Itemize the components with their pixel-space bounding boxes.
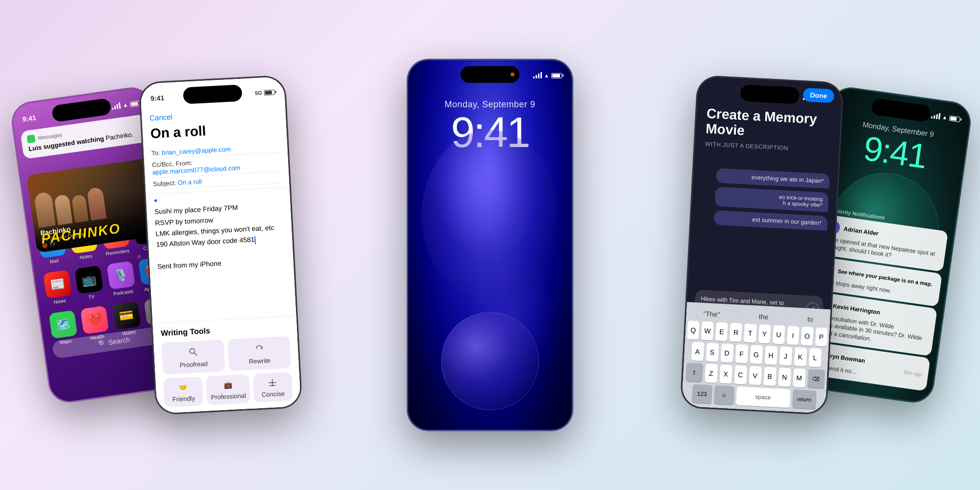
maps-icon: 🗺️ [49,310,77,339]
podcasts-icon: 🎙️ [106,261,135,290]
emoji-key[interactable]: ☺ [713,385,734,405]
pred-3[interactable]: to [803,314,817,324]
messages-icon [26,135,35,144]
spacer-5 [842,103,861,106]
key-s[interactable]: S [706,343,719,362]
proofread-label: Proofread [179,360,208,369]
key-k[interactable]: K [794,347,807,367]
sender-4: Bryn Bowman [826,352,866,365]
status-time-1: 9:41 [22,114,37,123]
key-c[interactable]: C [734,365,747,384]
key-w[interactable]: W [701,321,714,341]
pred-2[interactable]: the [755,311,772,322]
app-podcasts[interactable]: 🎙️ Podcasts [105,261,137,297]
lock-date-text: Monday, September 9 [408,99,572,110]
rewrite-btn[interactable]: Rewrite [227,336,291,371]
sender-3: Kevin Harrington [833,302,881,316]
phone-4-memory: ▲ Done Create a Memory Movie WITH JUST A… [680,75,844,416]
suggestion-3[interactable]: est summer in our garden* [713,210,828,231]
wifi-icon-3: ▲ [544,73,549,78]
key-a[interactable]: A [691,342,704,361]
key-o[interactable]: O [801,326,813,345]
key-x[interactable]: X [719,365,733,384]
key-m[interactable]: M [792,368,806,388]
memory-subtitle: WITH JUST A DESCRIPTION [705,140,829,153]
status-icons-3: ▲ [533,73,562,78]
key-r[interactable]: R [730,323,742,342]
writing-tools-row2: 🤝 Friendly 💼 Professional [163,372,293,408]
memory-title-text: Create a Memory Movie [705,106,831,143]
app-news[interactable]: 📰 News [42,270,74,306]
keyboard-area: "The" | the | to Q W E R T Y U I O [682,302,831,414]
writing-tools-title: Writing Tools [161,322,290,338]
key-z[interactable]: Z [705,364,718,383]
done-button[interactable]: Done [803,88,834,103]
professional-label: Professional [211,392,246,401]
friendly-btn[interactable]: 🤝 Friendly [163,376,203,407]
email-subject-heading: On a roll [150,119,279,142]
key-e[interactable]: E [715,322,728,341]
center-sphere [421,130,559,301]
status-icons-2: 5G [255,89,275,96]
app-news-label: News [53,298,66,305]
signal-bars-3 [533,73,542,78]
sender-1: Adrian Alder [843,225,879,237]
space-key[interactable]: space [735,387,790,408]
key-v[interactable]: V [749,366,762,385]
friendly-label: Friendly [172,394,195,403]
dynamic-island-3 [461,66,519,83]
status-time-2: 9:41 [150,94,165,102]
concise-btn[interactable]: Concise [253,372,293,403]
key-d[interactable]: D [720,343,734,363]
svg-line-4 [270,386,276,386]
shift-key[interactable]: ⇧ [686,363,703,382]
dynamic-island-2 [183,84,243,104]
key-p[interactable]: P [815,327,828,346]
camera-dot [511,73,514,76]
pred-1[interactable]: "The" [699,309,724,320]
battery-3 [551,73,562,78]
app-notes-label: Notes [79,253,93,261]
key-y[interactable]: Y [758,324,771,343]
professional-icon: 💼 [221,379,234,391]
key-i[interactable]: I [786,326,799,345]
key-u[interactable]: U [772,325,785,344]
writing-tools-grid: Proofread Rewrite [161,336,291,375]
proofread-btn[interactable]: Proofread [161,340,225,375]
key-g[interactable]: G [750,345,763,364]
delete-key[interactable]: ⌫ [807,369,825,389]
professional-btn[interactable]: 💼 Professional [206,374,250,405]
return-key[interactable]: return [792,390,816,409]
key-t[interactable]: T [744,323,757,343]
email-body[interactable]: ● Sushi my place Friday 7PM RSVP by tomo… [154,189,286,272]
phone-2-screen: 9:41 5G Cancel On a roll To: brian_carey… [140,76,301,414]
key-l[interactable]: L [808,348,822,367]
key-b[interactable]: B [763,367,777,386]
key-f[interactable]: F [735,344,748,363]
pred-divider-1: | [738,311,741,320]
battery-5 [949,115,960,122]
key-j[interactable]: J [779,346,792,366]
proofread-icon [187,346,199,358]
memory-title-section: Create a Memory Movie WITH JUST A DESCRI… [705,106,831,154]
status-icons-1: ▲ [111,99,141,110]
key-n[interactable]: N [778,368,791,387]
spacer-4 [708,92,727,93]
suggestion-1[interactable]: everything we ate in Japan* [716,168,830,189]
email-to-value: brian_carey@apple.com [162,146,231,156]
key-q[interactable]: Q [687,320,700,340]
suggestion-2[interactable]: eo trick-or-treatingh a spooky vibe* [714,187,829,212]
text-cursor [254,236,256,244]
number-key[interactable]: 123 [691,384,712,404]
wifi-icon-5: ▲ [942,114,948,121]
phones-container: 9:41 ▲ Mess [0,0,980,490]
key-h[interactable]: H [764,346,778,365]
app-tv[interactable]: 📺 TV [74,265,106,301]
rewrite-label: Rewrite [249,357,271,365]
keyboard-row-4: 123 ☺ space return [684,384,825,410]
writing-tools-section: Writing Tools Proofread [152,316,301,414]
lock-sphere [441,312,539,410]
notif-time-4: 35m ago [903,369,923,377]
status-icons-5: ▲ [931,113,960,122]
phone-3-lockscreen: ▲ Monday, September 9 9:41 [407,59,573,431]
